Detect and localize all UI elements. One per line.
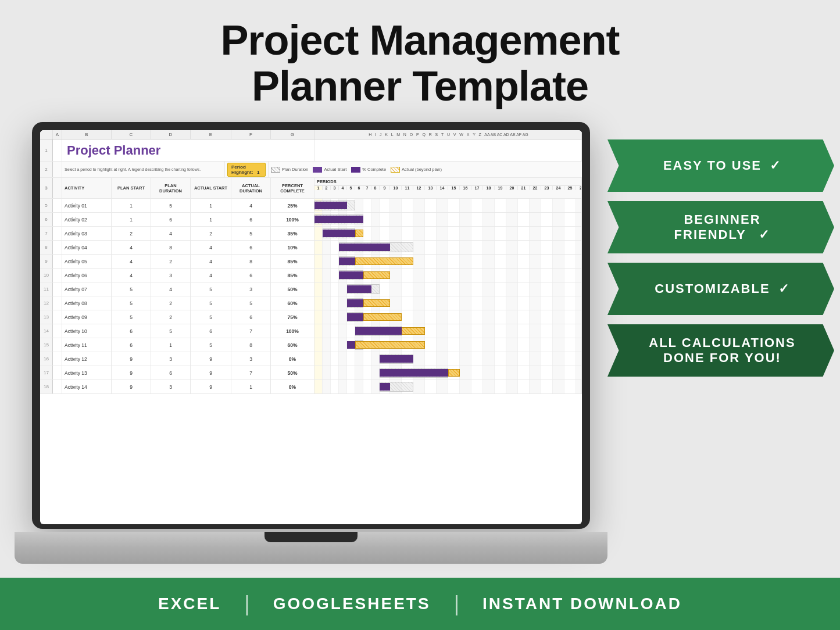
bar-actual-11 [347, 285, 371, 293]
period-1: 1 [314, 186, 323, 190]
period-23: 23 [541, 186, 553, 190]
cell-actdur-12: 5 [231, 296, 271, 310]
cell-actstart-7: 2 [191, 227, 231, 240]
row-num-13: 13 [40, 310, 53, 324]
cell-planstart-13: 5 [112, 310, 151, 324]
legend-pct-label: % Complete [362, 167, 386, 172]
bar-actual-9 [339, 257, 355, 265]
cell-pct-16: 0% [271, 352, 314, 366]
legend-actual-label: Actual Start [324, 167, 346, 172]
cell-planstart-16: 9 [112, 352, 151, 366]
activity-row-13: 13Activity 09525675% [40, 310, 582, 324]
ss-row-1: 1 Project Planner [40, 139, 582, 162]
cell-3a [53, 178, 62, 198]
cell-actstart-11: 5 [191, 282, 231, 296]
bottom-excel: EXCEL [135, 595, 244, 613]
period-8: 8 [371, 186, 380, 190]
feature-text-3: CUSTOMIZABLE ✓ [655, 281, 789, 296]
bottom-divider-1: | [244, 592, 249, 616]
cell-gantt-15 [314, 338, 582, 352]
cell-actstart-16: 9 [191, 352, 231, 366]
cell-a-9 [53, 255, 62, 268]
period-18: 18 [483, 186, 495, 190]
cell-gantt-5 [314, 199, 582, 212]
col-b-header: B [62, 130, 112, 139]
cell-gantt-6 [314, 213, 582, 226]
bottom-divider-2: | [454, 592, 459, 616]
cell-pct-11: 50% [271, 282, 314, 296]
row-num-18: 18 [40, 380, 53, 393]
row-num-2: 2 [40, 162, 53, 177]
cell-planstart-18: 9 [112, 380, 151, 393]
cell-pct-7: 35% [271, 227, 314, 240]
laptop-body: A B C D E F G H I J K L M N O P Q R S T … [32, 122, 590, 529]
cell-2-subtitle: Select a period to highlight at right. A… [62, 162, 225, 177]
cell-planstart-10: 4 [112, 269, 151, 282]
cell-actstart-5: 1 [191, 199, 231, 212]
laptop-base [15, 532, 607, 564]
cell-actstart-8: 4 [191, 241, 231, 254]
activity-row-18: 18Activity 1493910% [40, 380, 582, 394]
bar-actual-5 [314, 202, 347, 209]
cell-plandur-8: 8 [151, 241, 191, 254]
cell-2-highlight: Period Highlight: 1 [225, 162, 269, 177]
cell-activity-17: Activity 13 [62, 366, 112, 380]
header-plan-dur: PLANDURATION [151, 178, 191, 198]
cell-planstart-7: 2 [112, 227, 151, 240]
cell-planstart-6: 1 [112, 213, 151, 226]
bar-beyond-17 [448, 369, 460, 377]
bar-beyond-9 [355, 257, 413, 265]
activity-row-16: 16Activity 1293930% [40, 352, 582, 366]
cell-activity-16: Activity 12 [62, 352, 112, 366]
ss-row-3: 3 ACTIVITY PLAN START PLANDURATION ACTUA… [40, 178, 582, 199]
period-7: 7 [363, 186, 371, 190]
cell-plandur-5: 5 [151, 199, 191, 212]
cell-actstart-12: 5 [191, 296, 231, 310]
cell-actstart-13: 5 [191, 310, 231, 324]
period-highlight-label: Period Highlight: 1 [227, 163, 266, 177]
period-19: 19 [495, 186, 506, 190]
laptop-notch [264, 532, 358, 542]
cell-actdur-10: 6 [231, 269, 271, 282]
cell-plandur-15: 1 [151, 338, 191, 352]
activity-row-5: 5Activity 01151425% [40, 199, 582, 213]
cell-plandur-14: 5 [151, 324, 191, 338]
cell-pct-12: 60% [271, 296, 314, 310]
row-num-9: 9 [40, 255, 53, 268]
activity-row-10: 10Activity 06434685% [40, 269, 582, 282]
bottom-instant-download: INSTANT DOWNLOAD [459, 595, 705, 613]
period-12: 12 [413, 186, 425, 190]
cell-actstart-6: 1 [191, 213, 231, 226]
cell-gantt-17 [314, 366, 582, 380]
cell-a-5 [53, 199, 62, 212]
period-2: 2 [323, 186, 331, 190]
header-actual-start: ACTUAL START [191, 178, 231, 198]
cell-a-14 [53, 324, 62, 338]
legend-plan: Plan Duration [271, 167, 308, 173]
title-line2: Planner Template [252, 63, 588, 109]
cell-a-13 [53, 310, 62, 324]
legend-pct-box [351, 167, 360, 173]
ss-row-2: 2 Select a period to highlight at right.… [40, 162, 582, 178]
check-1: ✓ [770, 158, 781, 173]
header-activity: ACTIVITY [62, 178, 112, 198]
cell-gantt-12 [314, 296, 582, 310]
cell-actdur-8: 6 [231, 241, 271, 254]
cell-pct-15: 60% [271, 338, 314, 352]
period-3: 3 [331, 186, 339, 190]
bar-beyond-12 [363, 299, 390, 307]
period-10: 10 [390, 186, 402, 190]
row-num-6: 6 [40, 213, 53, 226]
cell-planstart-5: 1 [112, 199, 151, 212]
periods-label: PERIODS [314, 178, 581, 186]
cell-pct-13: 75% [271, 310, 314, 324]
row-num-header [40, 130, 53, 139]
cell-pct-14: 100% [271, 324, 314, 338]
period-22: 22 [530, 186, 541, 190]
legend-plan-box [271, 167, 280, 173]
bar-actual-7 [323, 230, 355, 237]
bar-actual-17 [380, 369, 448, 377]
cell-gantt-16 [314, 352, 582, 366]
cell-plandur-6: 6 [151, 213, 191, 226]
activity-row-12: 12Activity 08525560% [40, 296, 582, 310]
